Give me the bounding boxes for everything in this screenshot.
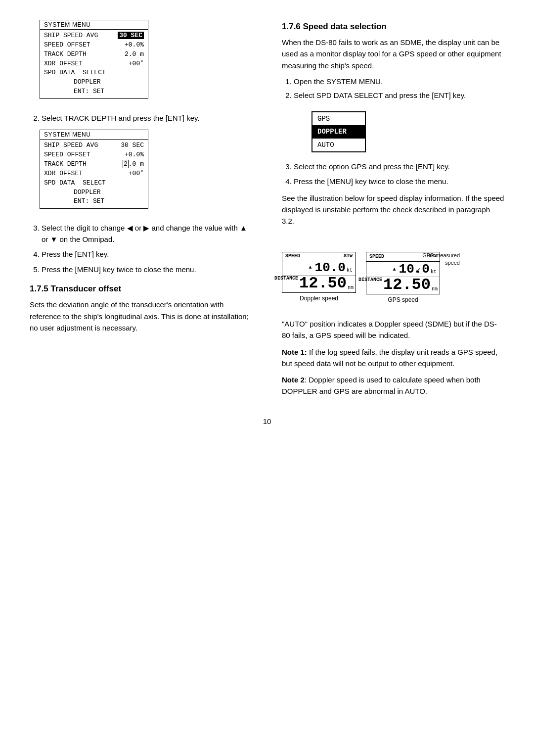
menu2-body: SHIP SPEED AVG 30 SEC SPEED OFFSET +0.0%… [40, 140, 148, 208]
highlight-30sec: 30 SEC [118, 32, 144, 39]
menu1-row-6: DOPPLER [44, 78, 144, 87]
section175-body: Sets the deviation angle of the transduc… [30, 299, 252, 333]
menu1-row-5: SPD DATA SELECT [44, 68, 144, 78]
gps-distance-unit: nm [432, 286, 438, 293]
system-menu-2: System Menu SHIP SPEED AVG 30 SEC SPEED … [40, 130, 148, 209]
menu2-row-3: TRACK DEPTH 2.0 m [44, 160, 144, 169]
step-2: Select TRACK DEPTH and press the [ENT] k… [42, 113, 252, 124]
doppler-speed-label: SPEED [285, 253, 300, 259]
speed-display-panels: SPEED STW ▲ 10.0 kt DISTANCE [282, 252, 504, 303]
menu2-row-4: XDR OFFSET +00˚ [44, 169, 144, 179]
menu1-row-1: SHIP SPEED AVG 30 SEC [44, 31, 144, 41]
two-column-layout: System Menu SHIP SPEED AVG 30 SEC SPEED … [30, 20, 504, 402]
section176-step1: Open the SYSTEM MENU. [294, 76, 504, 88]
or-2: or [42, 235, 48, 243]
doppler-panel-wrap: SPEED STW ▲ 10.0 kt DISTANCE [282, 252, 356, 302]
menu2-row3-label: TRACK DEPTH [44, 160, 87, 169]
menu1-row1-label: SHIP SPEED AVG [44, 31, 98, 41]
gps-option-auto: AUTO [312, 139, 365, 151]
section176-step4: Press the [MENU] key twice to close the … [294, 176, 504, 188]
menu1-row3-value: 2.0 m [113, 50, 144, 59]
menu1-title: System Menu [40, 20, 148, 30]
left-column: System Menu SHIP SPEED AVG 30 SEC SPEED … [30, 20, 257, 402]
doppler-stw-label: STW [344, 253, 353, 259]
step4-text: Press the [ENT] key. [42, 250, 109, 258]
gps-speed-value-row: ▲ 10.0 kt [366, 262, 440, 276]
note1-bold: Note 1: [282, 348, 307, 356]
doppler-speed-panel: SPEED STW ▲ 10.0 kt DISTANCE [282, 252, 356, 293]
gps-gps-label: GPS [429, 253, 437, 260]
menu1-row2-value: +0.0% [117, 41, 144, 50]
gps-speed-label: SPEED [369, 254, 384, 259]
menu1-row4-value: +00˚ [113, 59, 144, 69]
note1: Note 1: If the log speed fails, the disp… [282, 346, 504, 370]
section175-heading: 1.7.5 Transducer offset [30, 284, 252, 294]
gps-selection-menu: GPS DOPPLER AUTO [312, 111, 366, 152]
gps-speed-value: 10.0 [399, 263, 430, 276]
step3-text: Select the digit to change ◀ or ▶ and ch… [42, 224, 247, 243]
gps-speed-arrow: ▲ [393, 267, 396, 272]
doppler-speed-value-row: ▲ 10.0 kt [282, 260, 356, 274]
menu1-row4-label: XDR OFFSET [44, 59, 83, 69]
or-1: or [135, 224, 141, 232]
step1-label: Open the SYSTEM MENU. [294, 77, 383, 86]
gps-panel-wrap: SPEED GPS ▲ 10.0 kt DISTANCE [366, 252, 440, 303]
step-4: Press the [ENT] key. [42, 249, 252, 260]
gps-option-doppler: DOPPLER [312, 125, 365, 138]
doppler-panel-caption: Doppler speed [300, 295, 338, 302]
gps-badge: GPS [429, 253, 437, 258]
doppler-panel-top: SPEED STW [282, 252, 356, 260]
gps-distance-row: DISTANCE 12.50 nm [366, 277, 440, 294]
menu2-row3-value: 2.0 m [111, 160, 144, 169]
note2-bold: Note 2 [282, 376, 305, 384]
menu2-row-2: SPEED OFFSET +0.0% [44, 150, 144, 160]
note2-text: : Doppler speed is used to calculate spe… [282, 376, 481, 395]
cursor-indicator: 2 [123, 160, 129, 168]
menu1-row6-label: DOPPLER [74, 78, 101, 87]
menu2-row-7: ENT: SET [44, 197, 144, 206]
page-number: 10 [30, 417, 504, 425]
menu1-row-7: ENT: SET [44, 87, 144, 96]
doppler-distance-row: DISTANCE 12.50 nm [282, 275, 356, 292]
menu1-row3-label: TRACK DEPTH [44, 50, 87, 59]
section176-step3: Select the option GPS and press the [ENT… [294, 161, 504, 173]
menu2-title: System Menu [40, 130, 148, 140]
menu2-row7-label: ENT: SET [74, 197, 104, 206]
menu2-row-1: SHIP SPEED AVG 30 SEC [44, 141, 144, 150]
gps-distance-label: DISTANCE [358, 277, 382, 283]
menu2-row4-label: XDR OFFSET [44, 169, 83, 179]
doppler-speed-unit: kt [347, 268, 353, 274]
menu1-row-2: SPEED OFFSET +0.0% [44, 41, 144, 50]
right-column: 1.7.6 Speed data selection When the DS-8… [277, 20, 504, 402]
gps-speed-unit: kt [431, 269, 437, 276]
step-5: Press the [MENU] key twice to close the … [42, 264, 252, 276]
gps-speed-panel: SPEED GPS ▲ 10.0 kt DISTANCE [366, 252, 440, 294]
doppler-distance-value: 12.50 [299, 276, 347, 291]
step-3: Select the digit to change ◀ or ▶ and ch… [42, 223, 252, 245]
menu2-row-5: SPD DATA SELECT [44, 179, 144, 188]
step2-text: Select TRACK DEPTH and press the [ENT] k… [42, 114, 200, 122]
gps-panel-caption: GPS speed [388, 296, 418, 303]
gps-option-gps: GPS [312, 112, 365, 125]
system-menu-1: System Menu SHIP SPEED AVG 30 SEC SPEED … [40, 20, 148, 99]
gps-menu-wrap: GPS DOPPLER AUTO [297, 106, 504, 157]
section-175: 1.7.5 Transducer offset Sets the deviati… [30, 284, 252, 333]
menu1-body: SHIP SPEED AVG 30 SEC SPEED OFFSET +0.0%… [40, 30, 148, 98]
menu2-row1-label: SHIP SPEED AVG [44, 141, 98, 150]
section176-intro: When the DS-80 fails to work as an SDME,… [282, 37, 504, 71]
menu1-wrap: System Menu SHIP SPEED AVG 30 SEC SPEED … [40, 20, 252, 107]
menu2-row6-label: DOPPLER [74, 188, 101, 197]
and-1: and [151, 224, 164, 232]
menu1-row2-label: SPEED OFFSET [44, 41, 90, 50]
auto-note: "AUTO" position indicates a Doppler spee… [282, 318, 504, 341]
menu2-row2-label: SPEED OFFSET [44, 150, 90, 160]
steps-list-1: Select TRACK DEPTH and press the [ENT] k… [42, 113, 252, 124]
step5-text: Press the [MENU] key twice to close the … [42, 265, 196, 274]
menu1-row7-label: ENT: SET [74, 87, 104, 96]
page-content: System Menu SHIP SPEED AVG 30 SEC SPEED … [30, 20, 504, 425]
menu2-row2-value: +0.0% [117, 150, 144, 160]
section176-heading: 1.7.6 Speed data selection [282, 22, 504, 32]
menu1-row1-value: 30 SEC [114, 31, 144, 41]
menu1-row-4: XDR OFFSET +00˚ [44, 59, 144, 69]
doppler-speed-arrow: ▲ [309, 265, 312, 270]
